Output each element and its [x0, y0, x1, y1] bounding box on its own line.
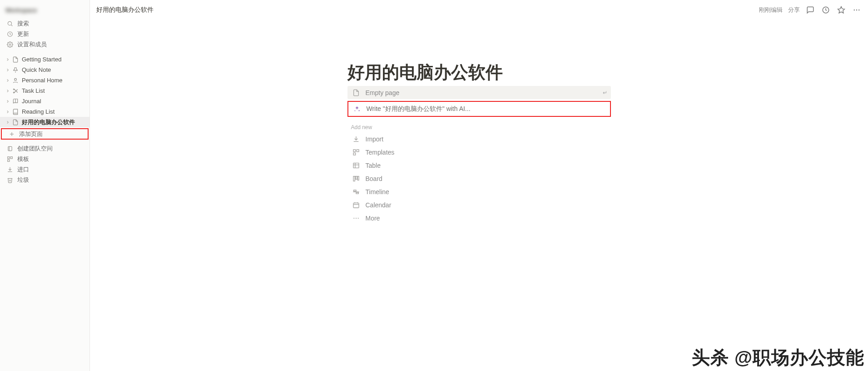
option-calendar[interactable]: Calendar	[347, 198, 611, 211]
sidebar-import[interactable]: 进口	[0, 164, 89, 175]
chevron-right-icon[interactable]	[5, 119, 11, 125]
table-icon	[351, 161, 361, 170]
option-board-label: Board	[366, 175, 382, 182]
option-table-label: Table	[366, 162, 381, 169]
add-new-label: Add new	[351, 124, 611, 130]
svg-rect-34	[353, 203, 359, 208]
favorite-icon[interactable]	[836, 5, 846, 15]
option-templates[interactable]: Templates	[347, 145, 611, 159]
workspace-switcher[interactable]: Workspace	[0, 2, 89, 18]
share-button[interactable]: 分享	[788, 6, 800, 14]
option-board[interactable]: Board	[347, 172, 611, 185]
sidebar-create-teamspace[interactable]: 创建团队空间	[0, 143, 89, 154]
sidebar-settings-label: 设置和成员	[17, 40, 47, 49]
svg-rect-32	[353, 190, 356, 191]
svg-point-0	[8, 21, 11, 25]
sidebar-import-label: 进口	[17, 165, 29, 174]
option-import[interactable]: Import	[347, 132, 611, 145]
chevron-right-icon[interactable]	[5, 98, 11, 105]
chevron-right-icon[interactable]	[5, 88, 11, 94]
svg-point-19	[856, 10, 857, 10]
svg-point-6	[13, 92, 14, 93]
page-body: 好用的电脑办公软件 Empty page ↵ Write "好用的电脑办公软件"…	[347, 20, 611, 371]
sidebar-templates[interactable]: 模板	[0, 154, 89, 164]
option-templates-label: Templates	[366, 149, 395, 156]
more-icon	[351, 214, 361, 222]
timeline-icon	[351, 188, 361, 196]
workspace-name: Workspace	[5, 7, 37, 14]
trash-icon	[6, 176, 14, 184]
svg-rect-12	[8, 156, 10, 158]
page-title[interactable]: 好用的电脑办公软件	[347, 61, 611, 84]
svg-rect-23	[357, 150, 359, 152]
pin-icon	[12, 66, 19, 74]
sidebar-updates[interactable]: 更新	[0, 29, 89, 39]
svg-point-40	[357, 217, 358, 218]
svg-rect-24	[353, 153, 356, 155]
sidebar-pages: Getting StartedQuick NotePersonal HomeTa…	[0, 54, 89, 127]
edited-time: 刚刚编辑	[759, 6, 783, 14]
sidebar-add-page[interactable]: 添加页面	[1, 128, 89, 140]
option-empty-page-label: Empty page	[366, 89, 400, 96]
option-timeline[interactable]: Timeline	[347, 185, 611, 198]
ai-highlight: Write "好用的电脑办公软件" with AI...	[347, 101, 611, 117]
sidebar-page-label: Task List	[22, 87, 45, 94]
updates-icon[interactable]	[821, 5, 831, 15]
chevron-right-icon[interactable]	[5, 77, 11, 84]
svg-rect-28	[353, 176, 355, 181]
sidebar-page-2[interactable]: Personal Home	[0, 75, 89, 85]
topbar: 好用的电脑办公软件 刚刚编辑 分享	[90, 0, 868, 20]
breadcrumb[interactable]: 好用的电脑办公软件	[96, 6, 154, 14]
svg-point-5	[13, 89, 14, 90]
sidebar-page-0[interactable]: Getting Started	[0, 54, 89, 65]
svg-point-38	[353, 217, 354, 218]
svg-point-39	[355, 217, 356, 218]
sidebar-page-label: Getting Started	[22, 56, 61, 63]
sidebar-page-label: Personal Home	[22, 77, 63, 84]
sidebar-search-label: 搜索	[17, 20, 29, 28]
option-more[interactable]: More	[347, 211, 611, 225]
svg-rect-22	[353, 150, 356, 152]
sidebar-page-4[interactable]: Journal	[0, 96, 89, 106]
doc-icon	[12, 119, 19, 126]
page-icon	[351, 89, 361, 97]
sidebar-page-6[interactable]: 好用的电脑办公软件	[0, 117, 89, 127]
sidebar-search[interactable]: 搜索	[0, 18, 89, 29]
sidebar-page-1[interactable]: Quick Note	[0, 65, 89, 75]
sidebar: Workspace 搜索 更新 设置和成员 Getting StartedQui…	[0, 0, 90, 371]
sidebar-updates-label: 更新	[17, 30, 29, 38]
sidebar-page-5[interactable]: Reading List	[0, 106, 89, 117]
search-icon	[6, 20, 14, 27]
option-empty-page[interactable]: Empty page ↵	[347, 86, 611, 99]
enter-icon: ↵	[603, 90, 607, 96]
book-icon	[12, 98, 19, 105]
check-icon	[12, 87, 19, 95]
sidebar-page-3[interactable]: Task List	[0, 85, 89, 96]
chevron-right-icon[interactable]	[5, 109, 11, 115]
option-timeline-label: Timeline	[366, 188, 389, 196]
chevron-right-icon[interactable]	[5, 56, 11, 63]
svg-marker-17	[838, 7, 845, 13]
templates-icon	[6, 155, 14, 163]
sparkle-icon	[352, 105, 362, 113]
clock-icon	[6, 30, 14, 38]
svg-rect-13	[10, 156, 12, 158]
svg-point-18	[854, 10, 855, 10]
more-icon[interactable]	[852, 5, 862, 15]
sidebar-settings[interactable]: 设置和成员	[0, 39, 89, 50]
option-calendar-label: Calendar	[366, 201, 392, 209]
sidebar-page-label: Reading List	[22, 108, 55, 115]
option-write-ai[interactable]: Write "好用的电脑办公软件" with AI...	[348, 102, 610, 115]
sidebar-trash[interactable]: 垃圾	[0, 175, 89, 185]
option-table[interactable]: Table	[347, 159, 611, 172]
doc-icon	[12, 56, 19, 63]
svg-rect-29	[355, 176, 357, 179]
svg-point-20	[858, 10, 859, 10]
svg-rect-33	[356, 192, 358, 194]
sidebar-templates-label: 模板	[17, 155, 29, 163]
chevron-right-icon[interactable]	[5, 67, 11, 73]
import-icon	[6, 166, 14, 173]
comments-icon[interactable]	[805, 5, 815, 15]
sidebar-page-label: 好用的电脑办公软件	[22, 118, 75, 126]
svg-rect-10	[8, 146, 12, 150]
